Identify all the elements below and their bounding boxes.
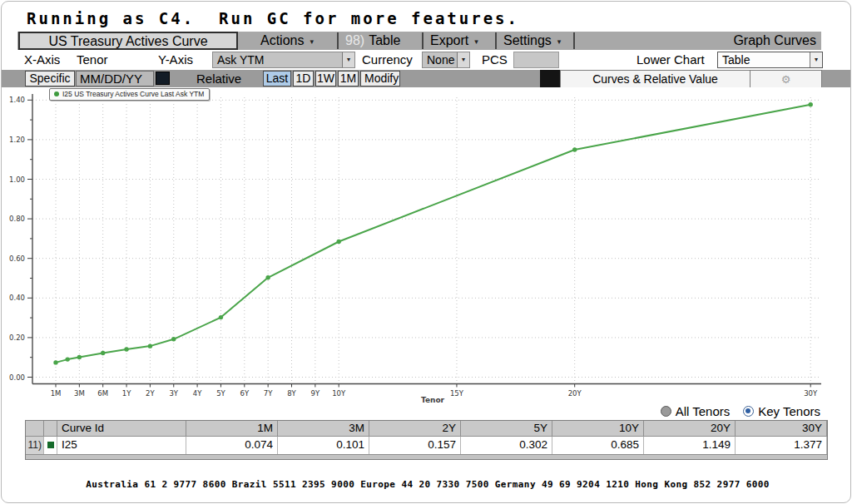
svg-text:0.40: 0.40 (9, 294, 25, 302)
y-axis-label: Y-Axis (158, 52, 193, 67)
tenor-filter: All Tenors Key Tenors (661, 404, 820, 418)
radio-unselected-icon (661, 406, 671, 417)
column-header-30y[interactable]: 30Y (736, 421, 827, 437)
gear-icon: ⚙ (781, 73, 791, 86)
column-header-20y[interactable]: 20Y (644, 421, 736, 437)
table-menu-label: Table (369, 33, 400, 47)
svg-text:1.40: 1.40 (9, 96, 25, 104)
tab-curves-relative-value[interactable]: Curves & Relative Value (560, 70, 750, 87)
table-bottom-strip (26, 454, 827, 459)
table-menu[interactable]: 98)Table (345, 32, 400, 50)
range-button-last[interactable]: Last (263, 71, 291, 86)
y-axis-selected-value: Ask YTM (217, 53, 265, 67)
actions-menu-label: Actions (260, 33, 304, 47)
series-dot-icon (54, 91, 59, 96)
curve-color-marker (44, 437, 57, 454)
value-20y: 1.149 (644, 437, 736, 454)
svg-text:7Y: 7Y (264, 389, 273, 398)
footer-line1: Australia 61 2 9777 8600 Brazil 5511 239… (2, 481, 851, 490)
value-3m: 0.101 (278, 437, 369, 454)
chevron-down-icon: ▾ (557, 37, 562, 46)
terminal-footer: Australia 61 2 9777 8600 Brazil 5511 239… (2, 463, 851, 503)
main-toolbar: US Treasury Actives Curve Actions▾ 98)Ta… (17, 32, 821, 50)
specific-date-button[interactable]: Specific (25, 71, 75, 86)
shortcut-number: 98) (345, 33, 364, 47)
curve-id-cell[interactable]: I25 (57, 437, 186, 454)
actions-menu[interactable]: Actions▾ (260, 32, 314, 50)
x-axis-value[interactable]: Tenor (77, 52, 108, 67)
screen-title: Graph Curves (733, 32, 816, 50)
series-square-icon (47, 442, 54, 448)
column-header-1m[interactable]: 1M (186, 421, 278, 437)
tab-chart-settings[interactable]: ⚙ (750, 70, 822, 87)
svg-text:6M: 6M (97, 389, 108, 398)
lower-table: Curve Id 1M 3M 2Y 5Y 10Y 20Y 30Y 11) I25… (25, 420, 828, 460)
svg-text:1.20: 1.20 (9, 136, 25, 144)
svg-text:1M: 1M (51, 389, 62, 398)
chart-area[interactable]: 0.000.200.400.600.801.001.201.401M3M6M1Y… (2, 87, 834, 405)
svg-text:0.00: 0.00 (9, 373, 25, 382)
row-number: 11) (26, 437, 44, 454)
lower-chart-dropdown[interactable]: Table▾ (717, 52, 823, 68)
currency-selected-value: None (427, 53, 454, 67)
svg-text:3M: 3M (74, 389, 85, 398)
value-2y: 0.157 (369, 437, 461, 454)
yield-curve-chart[interactable]: 0.000.200.400.600.801.001.201.401M3M6M1Y… (2, 87, 834, 405)
table-row[interactable]: 11) I25 0.074 0.101 0.157 0.302 0.685 1.… (26, 437, 827, 454)
range-button-1d[interactable]: 1D (293, 71, 314, 86)
svg-text:Tenor: Tenor (421, 396, 445, 404)
value-1m: 0.074 (186, 437, 278, 454)
radio-key-tenors[interactable]: Key Tenors (743, 404, 820, 418)
svg-text:6Y: 6Y (240, 389, 249, 398)
column-header-5y[interactable]: 5Y (461, 421, 552, 437)
y-axis-dropdown[interactable]: Ask YTM▾ (212, 52, 355, 68)
settings-menu[interactable]: Settings▾ (503, 32, 561, 50)
chevron-down-icon[interactable]: ▾ (457, 52, 469, 67)
column-header-3m[interactable]: 3M (278, 421, 369, 437)
calendar-icon[interactable] (156, 72, 170, 85)
toolbar-divider (337, 32, 339, 49)
axis-config-bar: X-Axis Tenor Y-Axis Ask YTM▾ Currency No… (2, 51, 851, 69)
svg-text:1Y: 1Y (122, 389, 131, 398)
date-range-bar: Specific MM/DD/YY Relative Last 1D 1W 1M… (2, 70, 851, 87)
chevron-down-icon: ▾ (310, 37, 314, 46)
pcs-input[interactable] (513, 52, 559, 68)
svg-text:3Y: 3Y (169, 389, 178, 398)
pcs-label: PCS (482, 52, 508, 67)
svg-text:30Y: 30Y (804, 389, 818, 398)
range-button-1m[interactable]: 1M (338, 71, 359, 86)
svg-text:5Y: 5Y (216, 389, 225, 398)
x-axis-label: X-Axis (24, 52, 60, 67)
range-button-1w[interactable]: 1W (315, 71, 336, 86)
column-header-curve-id[interactable]: Curve Id (57, 421, 186, 437)
svg-text:8Y: 8Y (287, 389, 296, 398)
currency-dropdown[interactable]: None▾ (422, 52, 470, 68)
chart-legend: I25 US Treasury Actives Curve Last Ask Y… (49, 88, 210, 101)
modify-button[interactable]: Modify (360, 71, 400, 86)
value-10y: 0.685 (552, 437, 644, 454)
svg-text:0.20: 0.20 (9, 334, 25, 342)
column-header-10y[interactable]: 10Y (552, 421, 644, 437)
bloomberg-window: Running as C4. Run GC for more features.… (1, 1, 851, 503)
header-rownum-cell (26, 421, 44, 437)
header-marker-cell (44, 421, 57, 437)
column-header-2y[interactable]: 2Y (369, 421, 461, 437)
svg-text:4Y: 4Y (193, 389, 202, 398)
dark-indicator-block (540, 70, 560, 87)
chevron-down-icon[interactable]: ▾ (342, 52, 354, 67)
chevron-down-icon[interactable]: ▾ (810, 52, 822, 67)
toolbar-divider (573, 32, 575, 49)
status-message: Running as C4. Run GC for more features. (27, 9, 519, 27)
radio-all-tenors[interactable]: All Tenors (661, 404, 731, 418)
svg-text:0.80: 0.80 (9, 215, 25, 223)
date-input[interactable]: MM/DD/YY (76, 71, 154, 86)
svg-text:2Y: 2Y (146, 389, 155, 398)
export-menu[interactable]: Export▾ (430, 32, 478, 50)
relative-label: Relative (196, 72, 241, 86)
curve-selector-button[interactable]: US Treasury Actives Curve (18, 32, 238, 50)
svg-text:1.00: 1.00 (9, 175, 25, 184)
value-30y: 1.377 (736, 437, 827, 454)
svg-text:10Y: 10Y (332, 389, 346, 398)
lower-chart-label: Lower Chart (637, 52, 705, 67)
radio-selected-icon (743, 406, 754, 417)
